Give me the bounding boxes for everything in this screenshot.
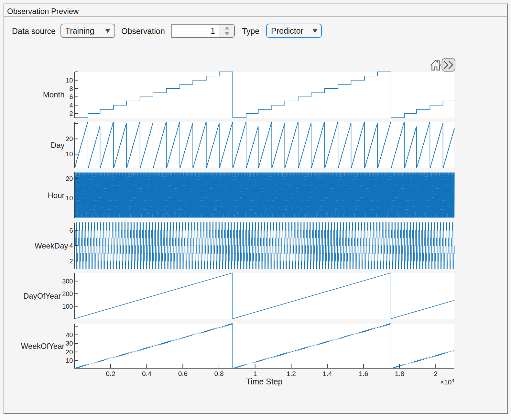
svg-text:WeekOfYear: WeekOfYear [21,342,65,350]
svg-text:Day: Day [51,141,65,149]
svg-text:10: 10 [66,150,73,158]
svg-text:10: 10 [66,77,73,84]
svg-text:Month: Month [43,90,65,99]
svg-text:1.6: 1.6 [359,370,368,377]
svg-text:WeekDay: WeekDay [35,241,68,250]
svg-text:0.6: 0.6 [178,370,188,377]
svg-text:10: 10 [66,194,73,202]
svg-text:2: 2 [434,370,438,377]
svg-text:1.4: 1.4 [322,370,332,377]
svg-text:10: 10 [66,357,73,364]
svg-text:8: 8 [69,85,73,92]
svg-text:1.2: 1.2 [287,370,296,377]
svg-text:Time Step: Time Step [246,377,282,386]
svg-text:2: 2 [69,258,73,265]
svg-text:0.2: 0.2 [106,370,115,377]
svg-text:DayOfYear: DayOfYear [23,292,61,300]
svg-text:20: 20 [66,135,73,142]
svg-text:Hour: Hour [48,191,64,200]
svg-text:100: 100 [62,303,73,310]
svg-text:40: 40 [66,331,73,338]
svg-text:20: 20 [66,348,73,356]
svg-text:30: 30 [66,340,73,347]
svg-text:20: 20 [66,175,73,182]
svg-text:6: 6 [69,93,73,100]
svg-text:×104: ×104 [440,377,454,386]
svg-text:4: 4 [69,242,73,249]
svg-text:300: 300 [62,278,73,285]
svg-text:1.8: 1.8 [395,370,404,377]
svg-text:1: 1 [253,370,257,377]
svg-text:2: 2 [69,110,73,117]
svg-text:0.8: 0.8 [214,370,223,377]
svg-text:0.4: 0.4 [142,370,152,377]
svg-text:4: 4 [69,102,73,109]
svg-text:6: 6 [69,227,73,234]
svg-text:200: 200 [62,290,73,297]
